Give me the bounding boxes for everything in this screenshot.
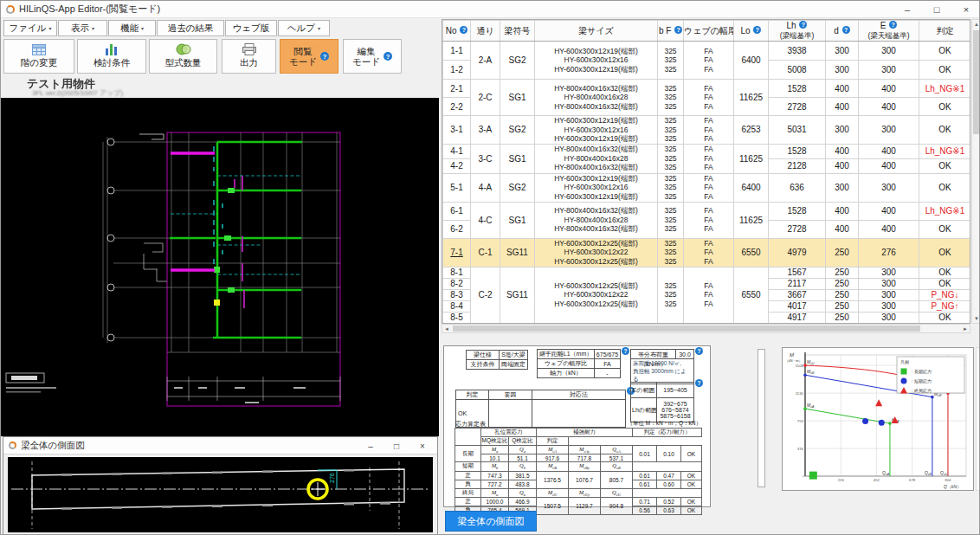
- menu-function[interactable]: 機能▾: [108, 20, 156, 36]
- help-icon[interactable]: ?: [320, 52, 329, 61]
- cell-judge: OK: [919, 173, 971, 202]
- beam-row-3-1[interactable]: 3-13-ASG2HY-600x300x12x19(端部)HY-600x300x…: [443, 116, 971, 145]
- printer-icon: [242, 43, 256, 55]
- help-icon[interactable]: ?: [674, 26, 682, 34]
- cell-mark: SG2: [500, 42, 535, 80]
- svg-text:678: 678: [909, 478, 916, 482]
- beam-spec-table: 梁仕様S造/大梁 支持条件両端固定: [466, 350, 528, 370]
- range-table: Eの範囲195~405 Lhの範囲 392~675676~58745875~61…: [630, 382, 694, 422]
- menu-past-results[interactable]: 過去の結果: [157, 20, 224, 36]
- tool-label: 閲覧 モード: [289, 46, 317, 67]
- close-button[interactable]: ×: [409, 437, 435, 454]
- beam-row-5-1[interactable]: 5-14-ASG2HY-600x300x12x19(端部)HY-600x300x…: [443, 173, 971, 202]
- detail-scrollbar[interactable]: [758, 349, 765, 487]
- help-icon[interactable]: ?: [695, 379, 703, 387]
- view-mode-button[interactable]: 閲覧 モード ?: [280, 39, 338, 74]
- cell-no: 4-2: [443, 158, 471, 173]
- beam-elevation-button[interactable]: 梁全体の側面図: [445, 511, 537, 532]
- floor-change-button[interactable]: 階の変更: [3, 39, 74, 74]
- beam-row-8-1[interactable]: 8-1C-2SG11HY-600x300x12x25(端部)HY-600x300…: [443, 267, 971, 278]
- help-icon[interactable]: ?: [753, 26, 761, 34]
- cell-toori: 3-C: [471, 144, 500, 173]
- scroll-left-icon[interactable]: ◄: [444, 326, 449, 332]
- app-logo-icon: [6, 5, 15, 14]
- help-icon[interactable]: ?: [622, 347, 629, 355]
- cell-no: 4-1: [443, 144, 471, 158]
- cell-sizes: HY-800x400x16x32(端部)HY-800x400x16x28HY-8…: [535, 144, 658, 173]
- horizontal-scrollbar[interactable]: ◄ ►: [442, 324, 970, 333]
- cell-lo: 6400: [734, 42, 769, 80]
- cell-lh: 1528: [769, 144, 826, 158]
- beam-check-table: No ?通り梁符号梁サイズb F ?ウェブの幅厚比Lo ?Lh ?(梁端基準)d…: [442, 20, 970, 324]
- toolbar: 階の変更 検討条件 型式数量 出力 閲覧 モード ? 編集 モード ?: [1, 37, 439, 75]
- window-title: HILinQS-App Editor-(閲覧モード): [19, 3, 160, 16]
- scrollbar-thumb[interactable]: [453, 326, 920, 332]
- cell-lo: 11625: [734, 144, 769, 173]
- beam-row-2-1[interactable]: 2-12-CSG1HY-800x400x16x32(端部)HY-800x400x…: [443, 80, 971, 98]
- cell-mark: SG1: [500, 202, 535, 238]
- cell-judge: OK: [919, 238, 971, 267]
- cell-sizes: HY-600x300x12x19(端部)HY-600x300x12x16HY-6…: [535, 116, 658, 145]
- help-icon[interactable]: ?: [799, 21, 807, 29]
- window-controls: – □ ×: [893, 1, 980, 18]
- help-icon[interactable]: ?: [460, 26, 467, 34]
- cell-lh: 1528: [769, 80, 826, 98]
- cell-judge: Lh_NG※1: [919, 80, 971, 98]
- cell-web-ratio: FAFAFA: [684, 144, 734, 173]
- cell-judge: P_NG↓: [919, 289, 971, 300]
- beam-row-4-1[interactable]: 4-13-CSG1HY-800x400x16x32(端部)HY-800x400x…: [443, 144, 971, 158]
- help-icon[interactable]: ?: [695, 347, 703, 355]
- cell-e: 300: [859, 116, 919, 145]
- beam-row-1-1[interactable]: 1-12-ASG2HY-600x300x12x19(端部)HY-600x300x…: [443, 42, 971, 61]
- chevron-down-icon: ▾: [92, 25, 94, 31]
- type-quantity-button[interactable]: 型式数量: [149, 39, 217, 74]
- minimize-button[interactable]: –: [358, 437, 384, 454]
- edit-mode-button[interactable]: 編集 モード ?: [343, 39, 402, 74]
- beam-elevation-canvas[interactable]: 276: [8, 457, 433, 532]
- floor-plan-canvas[interactable]: [1, 98, 439, 436]
- check-conditions-button[interactable]: 検討条件: [77, 39, 146, 74]
- floor-plan-drawing: [1, 98, 439, 436]
- maximize-button[interactable]: □: [384, 437, 409, 454]
- close-button[interactable]: ×: [951, 1, 980, 18]
- help-icon[interactable]: ?: [842, 26, 850, 34]
- beam-row-7-1[interactable]: 7-1C-1SG11HY-600x300x12x25(端部)HY-600x300…: [443, 238, 971, 267]
- cell-toori: 2-A: [471, 42, 500, 80]
- minimize-button[interactable]: –: [893, 1, 922, 18]
- svg-text:226: 226: [838, 478, 845, 482]
- cell-e: 300: [859, 289, 919, 300]
- beam-elevation-titlebar[interactable]: 梁全体の側面図 – □ ×: [3, 437, 437, 454]
- svg-text:452: 452: [874, 478, 880, 482]
- cell-lo: 6550: [734, 238, 769, 267]
- menu-web-version[interactable]: ウェブ版: [225, 20, 277, 36]
- cell-judge: OK: [919, 116, 971, 145]
- svg-text:：短期応力: ：短期応力: [910, 378, 932, 384]
- cell-lh: 5031: [769, 116, 826, 145]
- chart-scrollbar[interactable]: [976, 347, 980, 491]
- cell-judge: Lh_NG※1: [919, 202, 971, 220]
- cell-no: 2-2: [443, 98, 471, 116]
- scroll-down-icon[interactable]: ▼: [974, 316, 979, 321]
- scrollbar-thumb[interactable]: [973, 30, 979, 134]
- beam-row-6-1[interactable]: 6-14-CSG1HY-800x400x16x32(端部)HY-800x400x…: [443, 202, 971, 220]
- project-strip: テスト用物件 3FL ver.2(2025/10/07 アップ): [1, 75, 439, 98]
- svg-text:376: 376: [797, 447, 804, 451]
- help-icon[interactable]: ?: [889, 21, 897, 29]
- cell-judge: OK: [919, 220, 971, 238]
- cell-no: 1-1: [443, 42, 471, 61]
- cell-no[interactable]: 7-1: [443, 238, 471, 267]
- cell-judge: OK: [919, 61, 971, 80]
- help-icon[interactable]: ?: [384, 52, 392, 61]
- cell-judge: OK: [919, 98, 971, 116]
- output-button[interactable]: 出力: [222, 39, 276, 74]
- menu-help[interactable]: ヘルプ▾: [278, 20, 330, 36]
- scroll-up-icon[interactable]: ▲: [974, 22, 979, 27]
- vertical-scrollbar[interactable]: ▲ ▼: [971, 19, 980, 324]
- selected-hole-marker: [308, 480, 327, 499]
- scroll-right-icon[interactable]: ►: [963, 326, 968, 332]
- maximize-button[interactable]: □: [922, 1, 951, 18]
- tool-label: 編集 モード: [352, 46, 380, 67]
- menu-file[interactable]: ファイル▾: [3, 20, 57, 36]
- cell-lo: 6253: [734, 116, 769, 145]
- menu-view[interactable]: 表示▾: [58, 20, 107, 36]
